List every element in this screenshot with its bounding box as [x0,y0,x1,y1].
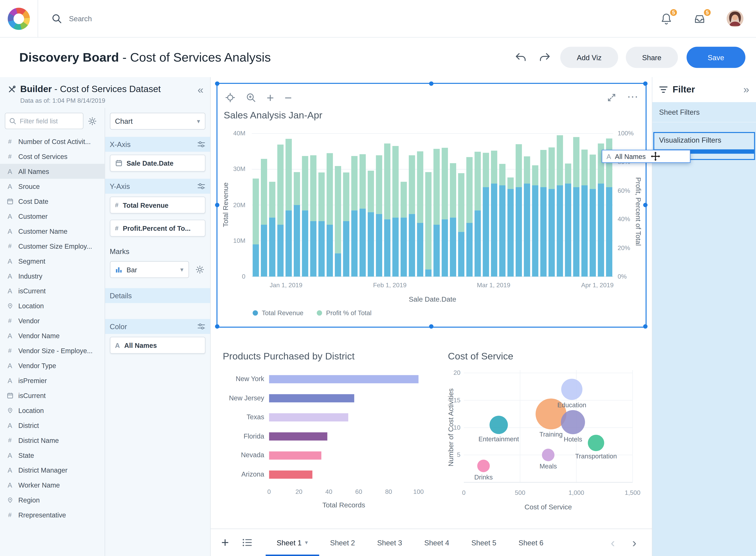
revenue-bar[interactable] [590,189,596,277]
revenue-bar[interactable] [294,205,300,277]
y-axis-field-chip[interactable]: # Total Revenue [110,197,205,213]
x-axis-options-icon[interactable] [197,141,205,147]
profit-bar[interactable] [433,149,440,225]
profit-bar[interactable] [565,164,571,183]
field-list-item[interactable]: #Rrepresentative [0,508,104,522]
revenue-bar[interactable] [261,225,267,277]
next-sheets-chevron[interactable]: › [632,535,636,550]
revenue-bar[interactable] [441,219,448,277]
sheet-tab[interactable]: Sheet 4 [413,529,460,556]
profit-bar[interactable] [549,147,555,189]
y-axis-field-chip[interactable]: # Profit.Percent of To... [110,220,205,237]
field-list-item[interactable]: AVendor Name [0,328,104,343]
profit-bar[interactable] [507,177,514,189]
revenue-bar[interactable] [565,183,571,277]
profit-bar[interactable] [409,155,415,214]
revenue-bar[interactable] [433,225,440,277]
profit-bar[interactable] [557,135,563,185]
revenue-bar[interactable] [335,253,341,277]
field-list-item[interactable]: AIndustry [0,268,104,283]
field-list-item[interactable]: #Customer Size Employ... [0,239,104,253]
field-list-item[interactable]: Region [0,492,104,508]
profit-bar[interactable] [524,157,530,183]
profit-bar[interactable] [598,143,604,183]
revenue-bar[interactable] [598,183,604,277]
revenue-bar[interactable] [360,209,366,276]
profit-bar[interactable] [351,156,358,210]
revenue-bar[interactable] [417,223,423,277]
district-bar[interactable] [269,451,322,460]
redo-button[interactable] [537,50,553,65]
dragging-filter-chip[interactable]: A All Names [602,150,690,163]
notifications-button[interactable]: 5 [660,12,673,25]
viz-cost-of-service[interactable]: Cost of Service DrinksEntertainmentTrain… [442,343,649,526]
sheet-list-icon[interactable] [242,539,252,546]
global-search[interactable] [38,13,660,24]
profit-bar[interactable] [516,144,522,187]
bubble-hotels[interactable] [561,410,585,434]
field-list-item[interactable]: ADistrict Manager [0,462,104,478]
revenue-bar[interactable] [327,225,333,277]
profit-bar[interactable] [532,165,538,185]
color-field-chip[interactable]: A All Names [110,337,205,354]
marks-type-select[interactable]: Bar ▾ [110,261,189,278]
revenue-bar[interactable] [516,187,522,277]
selection-handle[interactable] [215,81,219,86]
profit-bar[interactable] [474,152,481,210]
revenue-bar[interactable] [269,218,275,277]
district-bar[interactable] [269,375,419,383]
selection-handle[interactable] [429,324,433,328]
profit-bar[interactable] [590,154,596,189]
bubble-drinks[interactable] [477,460,490,472]
x-axis-field-chip[interactable]: Sale Date.Date [110,154,205,172]
app-logo[interactable] [0,0,38,37]
field-filter-box[interactable] [5,113,83,129]
revenue-bar[interactable] [581,185,588,277]
profit-bar[interactable] [466,157,473,223]
profit-bar[interactable] [277,145,284,225]
marks-settings-gear-icon[interactable] [195,265,204,274]
search-input[interactable] [69,14,262,23]
profit-bar[interactable] [360,154,366,209]
inbox-button[interactable]: 5 [693,12,706,25]
sheet-filters-section[interactable]: Sheet Filters [652,102,756,123]
field-list-item[interactable]: ASegment [0,253,104,268]
bubble-meals[interactable] [542,449,555,461]
profit-bar[interactable] [343,173,349,221]
selection-handle[interactable] [643,203,648,207]
bubble-entertainment[interactable] [490,416,508,434]
field-list-item[interactable]: AVendor Type [0,358,104,373]
field-list-item[interactable]: AisCurrent [0,283,104,298]
selection-handle[interactable] [215,203,219,207]
profit-bar[interactable] [302,156,308,210]
profit-bar[interactable] [286,139,292,210]
pan-tool-icon[interactable] [225,93,235,103]
revenue-bar[interactable] [606,187,612,277]
revenue-bar[interactable] [532,185,538,277]
collapse-filter-panel-icon[interactable]: » [744,84,749,95]
revenue-bar[interactable] [507,189,514,277]
sheet-tab[interactable]: Sheet 3 [366,529,413,556]
revenue-bar[interactable] [450,218,456,277]
bubble-transportation[interactable] [588,435,604,451]
profit-bar[interactable] [376,155,382,214]
revenue-bar[interactable] [491,183,497,277]
profit-bar[interactable] [384,143,390,219]
profit-bar[interactable] [253,178,259,244]
bubble-education[interactable] [561,379,583,400]
revenue-bar[interactable] [540,187,547,277]
undo-button[interactable] [513,50,529,65]
field-list-item[interactable]: ACustomer [0,209,104,223]
user-avatar[interactable] [727,10,744,27]
profit-bar[interactable] [499,164,505,185]
revenue-bar[interactable] [318,221,325,277]
revenue-bar[interactable] [409,214,415,277]
selection-handle[interactable] [429,81,433,86]
district-bar[interactable] [269,432,327,441]
revenue-bar[interactable] [286,210,292,276]
field-filter-input[interactable] [20,117,79,125]
previous-sheets-chevron[interactable]: ‹ [611,535,615,550]
selection-handle[interactable] [643,81,648,86]
viz-products-by-district[interactable]: Products Purchased by District Total Rec… [217,343,439,526]
field-list-item[interactable]: ADistrict [0,418,104,432]
